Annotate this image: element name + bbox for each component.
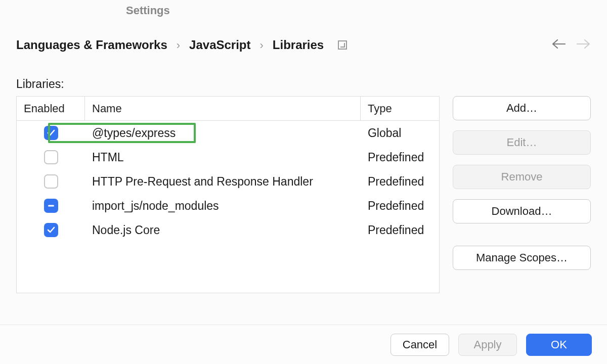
dialog-footer: Cancel Apply OK xyxy=(0,325,607,364)
breadcrumb-item-javascript[interactable]: JavaScript xyxy=(189,38,250,52)
breadcrumb-item-langs[interactable]: Languages & Frameworks xyxy=(16,38,167,52)
breadcrumb: Languages & Frameworks › JavaScript › Li… xyxy=(16,38,347,52)
cell-enabled xyxy=(17,150,85,164)
cell-type: Predefined xyxy=(361,223,439,237)
side-buttons: Add… Edit… Remove Download… Manage Scope… xyxy=(453,96,591,270)
forward-arrow-icon[interactable] xyxy=(577,39,591,51)
nav-arrows xyxy=(551,39,591,51)
window-title: Settings xyxy=(126,4,170,17)
libraries-table: Enabled Name Type @types/expressGlobalHT… xyxy=(16,96,440,293)
main-row: Enabled Name Type @types/expressGlobalHT… xyxy=(16,96,591,293)
cell-enabled xyxy=(17,199,85,213)
enabled-checkbox[interactable] xyxy=(44,199,58,213)
apply-button: Apply xyxy=(458,334,517,356)
cell-type: Predefined xyxy=(361,175,439,189)
col-header-name[interactable]: Name xyxy=(85,97,361,120)
libraries-label: Libraries: xyxy=(16,77,591,91)
table-row[interactable]: HTMLPredefined xyxy=(17,145,439,169)
col-header-enabled[interactable]: Enabled xyxy=(17,97,85,120)
table-row[interactable]: HTTP Pre-Request and Response HandlerPre… xyxy=(17,169,439,194)
table-row[interactable]: import_js/node_modulesPredefined xyxy=(17,194,439,218)
remove-button: Remove xyxy=(453,165,591,189)
cell-type: Predefined xyxy=(361,199,439,213)
cell-name: import_js/node_modules xyxy=(85,199,361,213)
table-row[interactable]: Node.js CorePredefined xyxy=(17,218,439,242)
manage-scopes-button[interactable]: Manage Scopes… xyxy=(453,246,591,270)
breadcrumb-item-libraries[interactable]: Libraries xyxy=(273,38,324,52)
cell-enabled xyxy=(17,174,85,189)
project-scope-icon xyxy=(338,40,347,50)
cell-type: Global xyxy=(361,126,439,140)
col-header-type[interactable]: Type xyxy=(361,97,439,120)
enabled-checkbox[interactable] xyxy=(44,150,58,164)
download-button[interactable]: Download… xyxy=(453,199,591,223)
chevron-right-icon: › xyxy=(260,39,264,52)
svg-rect-0 xyxy=(48,205,54,207)
header-row: Languages & Frameworks › JavaScript › Li… xyxy=(16,38,591,52)
enabled-checkbox[interactable] xyxy=(44,174,58,189)
cell-name: HTML xyxy=(85,151,361,164)
cancel-button[interactable]: Cancel xyxy=(391,334,449,356)
cell-enabled xyxy=(17,223,85,237)
enabled-checkbox[interactable] xyxy=(44,223,58,237)
cell-name: @types/express xyxy=(85,126,361,140)
enabled-checkbox[interactable] xyxy=(44,126,58,140)
settings-window: Settings Languages & Frameworks › JavaSc… xyxy=(0,0,607,364)
edit-button: Edit… xyxy=(453,130,591,155)
cell-type: Predefined xyxy=(361,151,439,164)
back-arrow-icon[interactable] xyxy=(551,39,566,51)
titlebar: Settings xyxy=(0,0,607,23)
cell-name: HTTP Pre-Request and Response Handler xyxy=(85,175,361,189)
add-button[interactable]: Add… xyxy=(453,96,591,120)
ok-button[interactable]: OK xyxy=(526,334,592,356)
table-header: Enabled Name Type xyxy=(17,97,439,121)
cell-enabled xyxy=(17,126,85,140)
table-body: @types/expressGlobalHTMLPredefinedHTTP P… xyxy=(17,121,439,293)
cell-name: Node.js Core xyxy=(85,223,361,237)
content-area: Languages & Frameworks › JavaScript › Li… xyxy=(0,23,607,325)
table-row[interactable]: @types/expressGlobal xyxy=(17,121,439,145)
chevron-right-icon: › xyxy=(177,39,180,52)
